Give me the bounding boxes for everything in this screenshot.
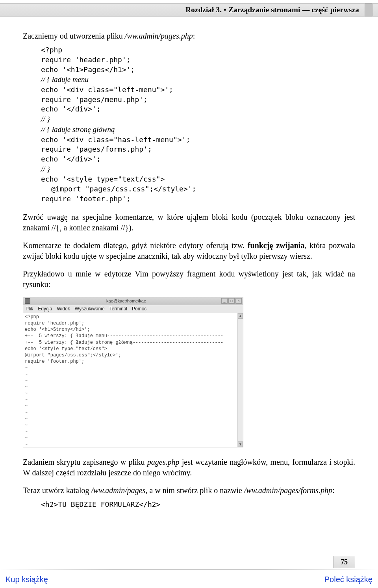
vim-line: require 'footer.php'; — [25, 358, 236, 365]
menu-view[interactable]: Widok — [57, 306, 70, 312]
intro-path: /ww.admin/pages.php — [125, 32, 193, 40]
paragraph-script-task: Zadaniem skryptu zapisanego w pliku page… — [23, 457, 355, 478]
scrollbar-down-button[interactable]: ▼ — [238, 441, 243, 447]
window-close-button[interactable]: × — [235, 298, 242, 304]
vim-line: echo '<style type="text/css"> — [25, 346, 236, 352]
terminal-titlebar: kae@kae:/home/kae _ □ × — [23, 297, 243, 305]
vim-empty-line: ~ — [25, 371, 236, 378]
vim-line: @import "pages/css.css";</style>'; — [25, 352, 236, 358]
page-number: 75 — [333, 556, 355, 568]
vim-empty-line: ~ — [25, 416, 236, 422]
bottom-links: Kup książkę Poleć książkę — [0, 574, 378, 585]
terminal-icon — [25, 298, 30, 304]
buy-book-link[interactable]: Kup książkę — [6, 574, 48, 585]
vim-empty-line: ~ — [25, 365, 236, 371]
vim-line: require 'header.php'; — [25, 320, 236, 326]
vim-line: <?php — [25, 314, 236, 320]
vim-fold-line: +-- 5 wierszy: { ładuje menu------------… — [25, 333, 236, 339]
bold-folding-feature: funkcję zwijania — [248, 241, 305, 250]
vim-empty-line: ~ — [25, 397, 236, 403]
terminal-body: <?php require 'header.php'; echo '<h1>St… — [23, 313, 243, 447]
footer-rule — [0, 569, 378, 570]
vim-empty-line: ~ — [25, 390, 236, 397]
vim-empty-line: ~ — [25, 410, 236, 416]
vim-fold-line: +-- 5 wierszy: { ładuje stronę główną---… — [25, 339, 236, 346]
window-minimize-button[interactable]: _ — [221, 298, 228, 304]
page-tab-decor — [365, 3, 372, 17]
vim-empty-line: ~ — [25, 384, 236, 390]
paragraph-comments-note: Zwróć uwagę na specjalne komentarze, w k… — [23, 212, 355, 233]
terminal-scrollbar[interactable]: ▲ ▼ — [237, 313, 243, 447]
paragraph-folding: Komentarze te dodałem dlatego, gdyż niek… — [23, 240, 355, 262]
vim-buffer[interactable]: <?php require 'header.php'; echo '<h1>St… — [23, 313, 237, 447]
code-listing-pages-php: <?php require 'header.php'; echo '<h1>Pa… — [41, 45, 355, 204]
window-buttons: _ □ × — [220, 298, 242, 304]
intro-prefix: Zaczniemy od utworzenia pliku — [23, 32, 125, 40]
menu-edit[interactable]: Edycja — [38, 306, 52, 312]
italic-pagesphp: pages.php — [147, 458, 180, 466]
menu-file[interactable]: Plik — [26, 306, 33, 312]
code-listing-forms-php: <h2>TU BĘDZIE FORMULARZ</h2> — [41, 500, 355, 510]
vim-empty-line: ~ — [25, 378, 236, 384]
terminal-menubar: Plik Edycja Widok Wyszukiwanie Terminal … — [23, 305, 243, 313]
menu-help[interactable]: Pomoc — [132, 306, 146, 312]
vim-empty-line: ~ — [25, 403, 236, 409]
recommend-book-link[interactable]: Poleć książkę — [324, 574, 372, 585]
paragraph-vim-intro: Przykładowo u mnie w edytorze Vim powyżs… — [23, 269, 355, 290]
vim-empty-line: ~ — [25, 435, 236, 441]
intro-suffix: : — [193, 32, 195, 40]
window-maximize-button[interactable]: □ — [228, 298, 235, 304]
intro-paragraph: Zaczniemy od utworzenia pliku /ww.admin/… — [23, 31, 355, 41]
vim-screenshot: kae@kae:/home/kae _ □ × Plik Edycja Wido… — [23, 297, 243, 447]
italic-path-forms: /ww.admin/pages/forms.php — [244, 486, 332, 495]
paragraph-create-dir: Teraz utwórz katalog /ww.admin/pages, a … — [23, 485, 355, 496]
page-content: Zaczniemy od utworzenia pliku /ww.admin/… — [23, 31, 355, 518]
vim-line: echo '<h1>Strony</h1>'; — [25, 326, 236, 333]
vim-empty-line: ~ — [25, 422, 236, 428]
scrollbar-up-button[interactable]: ▲ — [238, 313, 243, 319]
italic-path-pages: /ww.admin/pages — [91, 486, 146, 495]
vim-empty-line: ~ — [25, 428, 236, 435]
menu-terminal[interactable]: Terminal — [109, 306, 127, 312]
terminal-title: kae@kae:/home/kae — [32, 298, 220, 304]
vim-empty-line: ~ — [25, 441, 236, 447]
menu-search[interactable]: Wyszukiwanie — [75, 306, 105, 312]
chapter-title: Rozdział 3. • Zarządzanie stronami — czę… — [185, 5, 359, 15]
chapter-header: Rozdział 3. • Zarządzanie stronami — czę… — [0, 3, 378, 17]
